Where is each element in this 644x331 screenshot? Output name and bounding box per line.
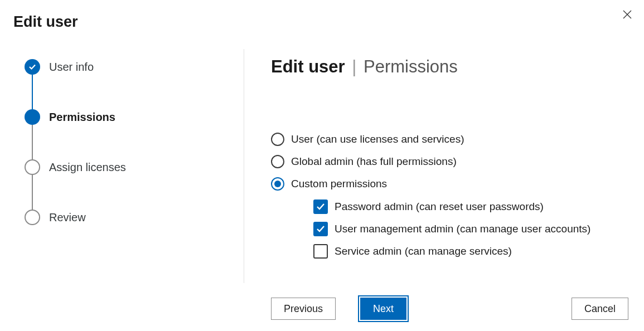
close-button[interactable] — [618, 6, 636, 23]
close-icon — [623, 10, 632, 19]
checkbox-label: Password admin (can reset user passwords… — [335, 201, 544, 213]
next-button[interactable]: Next — [360, 298, 406, 320]
wizard-stepper: User info Permissions Assign licenses Re… — [0, 49, 244, 283]
radio-label: User (can use licenses and services) — [291, 133, 464, 145]
check-icon — [316, 224, 326, 234]
checkbox-label: Service admin (can manage services) — [335, 245, 512, 257]
check-icon — [28, 62, 37, 71]
previous-button[interactable]: Previous — [271, 298, 336, 320]
step-label: Review — [49, 211, 86, 224]
checkbox-icon-checked — [313, 222, 328, 236]
radio-icon — [271, 133, 284, 146]
main-panel: Edit user | Permissions User (can use li… — [244, 49, 644, 331]
radio-label: Custom permissions — [291, 178, 387, 190]
checkbox-service-admin[interactable]: Service admin (can manage services) — [313, 244, 622, 259]
step-connector — [32, 75, 33, 109]
page-title: Edit user | Permissions — [271, 57, 622, 77]
custom-permissions-checkboxes: Password admin (can reset user passwords… — [313, 199, 622, 259]
page-title-bold: Edit user — [271, 57, 345, 76]
permissions-options: User (can use licenses and services) Glo… — [271, 133, 622, 259]
radio-user[interactable]: User (can use licenses and services) — [271, 133, 622, 146]
step-permissions[interactable]: Permissions — [25, 109, 244, 125]
radio-icon-selected — [271, 177, 284, 191]
dialog-content: User info Permissions Assign licenses Re… — [0, 49, 644, 331]
checkbox-label: User management admin (can manage user a… — [335, 223, 590, 235]
cancel-button[interactable]: Cancel — [572, 298, 628, 320]
radio-label: Global admin (has full permissions) — [291, 155, 457, 168]
step-connector — [32, 125, 33, 159]
step-user-info[interactable]: User info — [25, 59, 244, 75]
step-review[interactable]: Review — [25, 210, 244, 225]
page-title-separator: | — [352, 57, 356, 76]
checkbox-icon-checked — [313, 199, 328, 214]
check-icon — [316, 202, 326, 212]
checkbox-icon — [313, 244, 328, 259]
page-title-section: Permissions — [364, 57, 458, 76]
checkbox-password-admin[interactable]: Password admin (can reset user passwords… — [313, 199, 622, 214]
radio-icon — [271, 155, 284, 168]
step-label: Permissions — [49, 111, 115, 124]
step-label: User info — [49, 61, 94, 74]
step-indicator-pending — [25, 159, 40, 175]
dialog-footer: Previous Next Cancel — [271, 298, 628, 320]
step-indicator-pending — [25, 210, 40, 225]
step-indicator-current — [25, 109, 40, 125]
radio-global-admin[interactable]: Global admin (has full permissions) — [271, 155, 622, 168]
radio-custom-permissions[interactable]: Custom permissions — [271, 177, 622, 191]
step-indicator-done — [25, 59, 40, 75]
radio-dot — [274, 181, 281, 187]
checkbox-user-management-admin[interactable]: User management admin (can manage user a… — [313, 222, 622, 236]
step-assign-licenses[interactable]: Assign licenses — [25, 159, 244, 175]
step-label: Assign licenses — [49, 161, 126, 174]
dialog-title: Edit user — [13, 13, 78, 31]
step-connector — [32, 175, 33, 210]
